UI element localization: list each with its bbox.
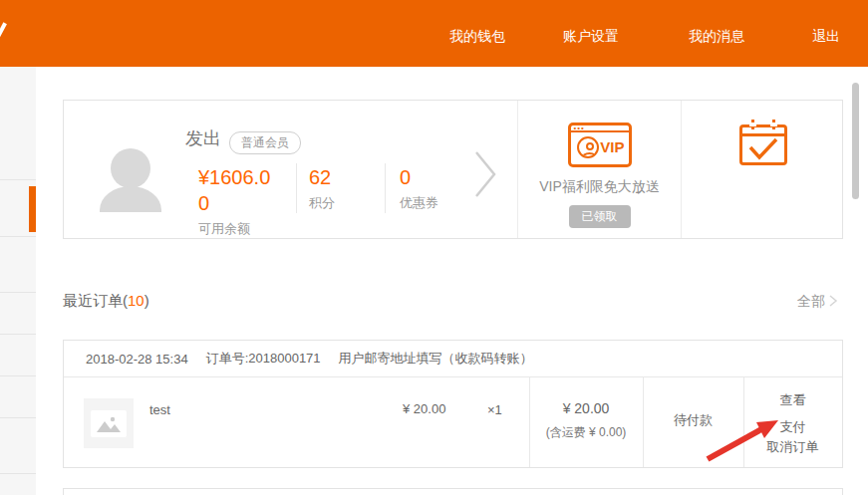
orders-count: 10 — [128, 292, 145, 309]
title-suffix: ) — [145, 292, 149, 309]
balance-value: ¥1606.00 — [198, 164, 278, 216]
coupons-label: 优惠券 — [400, 194, 438, 212]
avatar-body-shape — [100, 186, 161, 212]
order-description: 用户邮寄地址填写（收款码转账） — [339, 350, 533, 368]
sidebar-divider — [0, 473, 36, 474]
nav-logout[interactable]: 退出 — [812, 28, 840, 46]
shipping-note: (含运费 ¥ 0.00) — [529, 424, 643, 441]
product-quantity: ×1 — [487, 402, 502, 417]
recent-orders-title: 最近订单(10) — [63, 292, 149, 311]
next-order-card-fragment — [63, 488, 843, 495]
sidebar-divider — [0, 334, 36, 335]
points-stat: 62 积分 — [309, 164, 335, 212]
stat-divider — [385, 163, 386, 213]
action-view-link[interactable]: 查看 — [743, 391, 842, 409]
action-pay-link[interactable]: 支付 — [743, 418, 842, 436]
vertical-scrollbar-thumb[interactable] — [852, 83, 859, 199]
sidebar-active-indicator — [29, 186, 36, 232]
person-head-shape — [586, 142, 594, 150]
view-all-link[interactable]: 全部 — [797, 293, 825, 311]
nav-my-wallet[interactable]: 我的钱包 — [449, 28, 505, 46]
points-label: 积分 — [309, 194, 335, 212]
sidebar-collapsed — [0, 67, 36, 495]
column-divider — [529, 377, 530, 467]
calendar-header-line — [742, 133, 784, 136]
claimed-button[interactable]: 已领取 — [569, 205, 631, 228]
checkmark-shape — [747, 137, 779, 161]
sidebar-divider — [0, 417, 36, 418]
action-cancel-link[interactable]: 取消订单 — [743, 438, 842, 456]
chevron-right-icon[interactable] — [472, 148, 498, 204]
image-placeholder-icon — [91, 410, 127, 437]
product-name[interactable]: test — [149, 402, 170, 417]
stat-divider — [296, 163, 297, 213]
nav-my-messages[interactable]: 我的消息 — [689, 28, 744, 46]
order-time: 2018-02-28 15:34 — [86, 352, 188, 367]
vip-member-search-icon — [577, 136, 599, 158]
calendar-ring-gap — [770, 123, 777, 126]
signin-calendar-block[interactable] — [681, 101, 844, 238]
title-prefix: 最近订单( — [63, 292, 128, 309]
vip-browser-icon: ••• VIP — [568, 123, 632, 167]
person-body-shape — [581, 152, 598, 158]
profile-card: 发出 普通会员 ¥1606.00 可用余额 62 积分 0 优惠券 ••• VI… — [63, 100, 843, 239]
vip-promo-text: VIP福利限免大放送 — [539, 178, 660, 196]
sidebar-divider — [0, 236, 36, 237]
order-total: ¥ 20.00 — [529, 400, 643, 416]
vip-icon-topbar — [571, 130, 629, 132]
top-header-bar: 我的钱包 账户设置 我的消息 退出 — [0, 0, 868, 67]
order-body-row: test ¥ 20.00 ×1 ¥ 20.00 (含运费 ¥ 0.00) 待付款… — [64, 377, 842, 467]
sidebar-divider — [0, 179, 36, 180]
coupons-stat: 0 优惠券 — [400, 164, 438, 212]
logo-fragment — [0, 22, 7, 43]
sidebar-divider — [0, 292, 36, 293]
points-value: 62 — [309, 164, 335, 190]
username: 发出 — [185, 126, 221, 150]
order-header-row: 2018-02-28 15:34 订单号:2018000171 用户邮寄地址填写… — [64, 341, 842, 377]
balance-stat: ¥1606.00 可用余额 — [198, 164, 278, 238]
product-thumbnail[interactable] — [84, 398, 134, 448]
avatar-head-shape — [111, 148, 150, 188]
order-status: 待付款 — [643, 411, 743, 429]
calendar-ring-gap — [749, 123, 756, 126]
coupons-value: 0 — [400, 164, 438, 190]
chevron-right-small-icon[interactable] — [828, 294, 838, 312]
order-number: 订单号:2018000171 — [206, 350, 321, 368]
nav-account-settings[interactable]: 账户设置 — [563, 28, 619, 46]
member-level-badge: 普通会员 — [229, 131, 301, 154]
vip-promo-block[interactable]: ••• VIP VIP福利限免大放送 已领取 — [517, 101, 681, 238]
product-unit-price: ¥ 20.00 — [403, 401, 445, 416]
vip-badge-text: VIP — [600, 138, 624, 155]
user-avatar[interactable] — [98, 148, 163, 212]
balance-label: 可用余额 — [198, 220, 278, 238]
order-card: 2018-02-28 15:34 订单号:2018000171 用户邮寄地址填写… — [63, 340, 843, 468]
calendar-check-icon — [739, 120, 787, 165]
sidebar-divider — [0, 375, 36, 376]
